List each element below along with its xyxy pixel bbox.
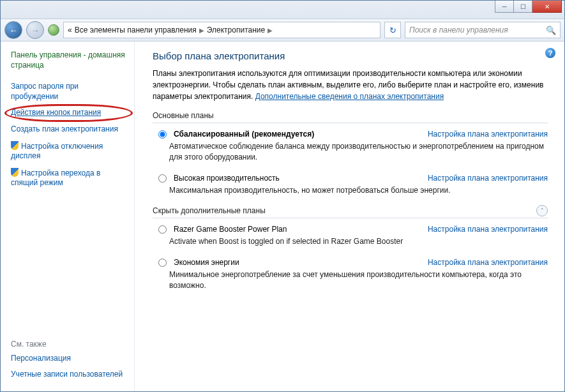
page-title: Выбор плана электропитания [153, 50, 548, 61]
sidebar-home-link[interactable]: Панель управления - домашняя страница [11, 50, 126, 70]
chevron-right-icon: ▶ [267, 27, 273, 34]
power-plan: Высокая производительность Настройка пла… [155, 174, 548, 196]
sidebar: Панель управления - домашняя страница За… [1, 41, 135, 392]
plan-description: Максимальная производительность, но може… [169, 185, 548, 196]
plan-description: Activate when Boost is toggled on if sel… [169, 236, 548, 247]
close-button[interactable]: ✕ [532, 1, 562, 13]
plan-radio[interactable] [158, 130, 167, 139]
sidebar-link-create-plan[interactable]: Создать план электропитания [11, 124, 126, 135]
section-extra-plans: Скрыть дополнительные планы ˄ [153, 206, 548, 218]
intro-text: Планы электропитания используются для оп… [153, 68, 548, 102]
highlight-annotation: Действия кнопок питания [11, 108, 126, 118]
search-icon: 🔍 [546, 26, 556, 35]
sidebar-link-password-on-wake[interactable]: Запрос пароля при пробуждении [11, 82, 126, 102]
plan-radio[interactable] [158, 259, 167, 267]
back-button[interactable]: ← [4, 21, 22, 39]
search-input[interactable]: Поиск в панели управления 🔍 [405, 22, 561, 38]
chevron-right-icon: ▶ [199, 27, 204, 34]
breadcrumb-prefix: « [68, 26, 72, 34]
power-plan: Razer Game Booster Power Plan Настройка … [155, 225, 548, 247]
power-plan: Экономия энергии Настройка плана электро… [155, 258, 548, 292]
maximize-button[interactable]: ☐ [514, 1, 532, 13]
power-plan: Сбалансированный (рекомендуется) Настрой… [155, 130, 548, 163]
sidebar-link-sleep[interactable]: Настройка перехода в спящий режим [11, 168, 126, 188]
search-placeholder: Поиск в панели управления [409, 26, 508, 34]
plan-name[interactable]: Высокая производительность [174, 174, 280, 183]
sidebar-link-display-off[interactable]: Настройка отключения дисплея [11, 141, 126, 162]
navigation-bar: ← → « Все элементы панели управления ▶ Э… [1, 19, 564, 41]
breadcrumb[interactable]: « Все элементы панели управления ▶ Элект… [63, 22, 380, 38]
shield-icon [11, 168, 19, 177]
plan-name[interactable]: Сбалансированный (рекомендуется) [174, 130, 314, 139]
plan-settings-link[interactable]: Настройка плана электропитания [428, 258, 548, 267]
help-icon[interactable]: ? [545, 48, 555, 58]
learn-more-link[interactable]: Дополнительные сведения о планах электро… [255, 92, 444, 101]
refresh-button[interactable]: ↻ [384, 22, 401, 38]
breadcrumb-item[interactable]: Электропитание [207, 26, 265, 34]
plan-settings-link[interactable]: Настройка плана электропитания [428, 225, 548, 234]
breadcrumb-item[interactable]: Все элементы панели управления [75, 26, 197, 34]
sidebar-link-personalization[interactable]: Персонализация [11, 354, 126, 364]
plan-description: Минимальное энергопотребление за счет ум… [169, 269, 548, 292]
window-buttons: ─ ☐ ✕ [495, 1, 562, 13]
plan-settings-link[interactable]: Настройка плана электропитания [428, 130, 548, 139]
control-panel-icon [48, 24, 59, 36]
control-panel-window: ─ ☐ ✕ ← → « Все элементы панели управлен… [0, 0, 565, 392]
plan-radio[interactable] [158, 225, 167, 234]
see-also-header: См. также [11, 340, 126, 349]
title-bar: ─ ☐ ✕ [1, 1, 564, 19]
sidebar-link-power-buttons[interactable]: Действия кнопок питания [11, 108, 126, 118]
plan-name[interactable]: Razer Game Booster Power Plan [174, 225, 287, 234]
minimize-button[interactable]: ─ [495, 1, 514, 13]
section-main-plans: Основные планы [153, 111, 548, 123]
body: Панель управления - домашняя страница За… [1, 41, 564, 392]
plan-description: Автоматическое соблюдение баланса между … [169, 141, 548, 163]
sidebar-link-user-accounts[interactable]: Учетные записи пользователей [11, 370, 126, 380]
plan-name[interactable]: Экономия энергии [174, 258, 239, 267]
plan-radio[interactable] [158, 174, 167, 183]
main-content: ? Выбор плана электропитания Планы элект… [135, 41, 564, 392]
shield-icon [11, 141, 19, 150]
collapse-button[interactable]: ˄ [536, 205, 548, 216]
forward-button[interactable]: → [26, 21, 44, 39]
plan-settings-link[interactable]: Настройка плана электропитания [428, 174, 548, 183]
